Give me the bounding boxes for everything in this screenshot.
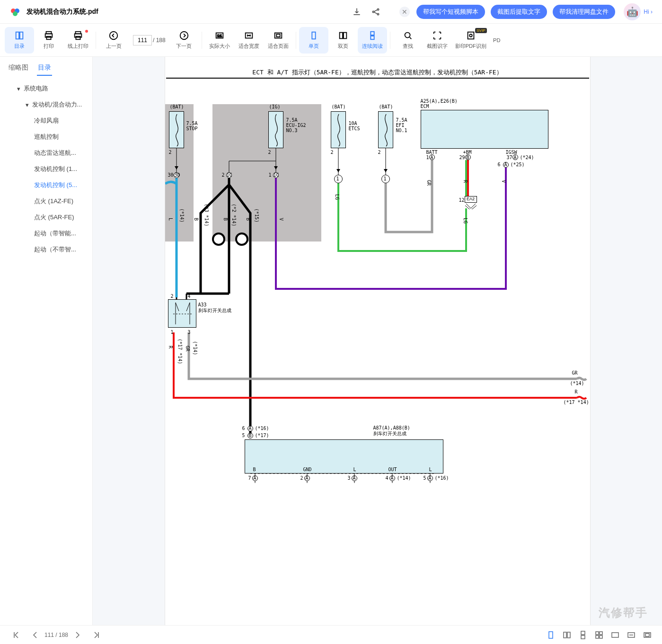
tree-item[interactable]: 起动（带智能...: [0, 225, 92, 242]
svg-rect-57: [596, 632, 599, 635]
svg-rect-55: [581, 631, 585, 635]
outline-tree: ▾系统电路 ▾发动机/混合动力... 冷却风扇 巡航控制 动态雷达巡航... 发…: [0, 76, 92, 262]
notification-dot-icon: [85, 30, 88, 33]
tab-outline[interactable]: 目录: [37, 61, 52, 76]
view-grid-icon[interactable]: [595, 631, 603, 639]
bottom-page-indicator: 111 / 188: [44, 632, 68, 638]
tree-item[interactable]: 冷却风扇: [0, 113, 92, 129]
online-print-button[interactable]: 线上打印: [63, 27, 93, 54]
view-double-icon[interactable]: [563, 631, 571, 639]
tree-item-selected[interactable]: 发动机控制 (5...: [0, 177, 92, 193]
svg-point-4: [378, 9, 379, 10]
tree-item[interactable]: 起动（不带智...: [0, 242, 92, 258]
ai-pill-2[interactable]: 截图后提取文字: [491, 5, 547, 19]
prev-page-icon[interactable]: [31, 631, 39, 639]
catalog-icon: [14, 30, 25, 41]
share-icon[interactable]: [371, 7, 380, 17]
view-continuous-icon[interactable]: [579, 631, 587, 639]
tree-item[interactable]: 巡航控制: [0, 129, 92, 145]
svg-point-15: [180, 32, 188, 40]
continuous-icon: [367, 30, 378, 41]
pdf-page: ECT 和 A/T 指示灯（5AR-FE），巡航控制，动态雷达巡航控制，发动机控…: [165, 57, 591, 625]
svg-rect-53: [564, 632, 566, 638]
svg-marker-36: [384, 169, 388, 172]
page-total: / 188: [153, 37, 166, 44]
pdf-ocr-icon: [466, 30, 476, 41]
svip-badge: SVIP: [475, 28, 486, 33]
svg-point-14: [110, 32, 118, 40]
view-single-icon[interactable]: [547, 631, 555, 639]
tree-item[interactable]: 点火 (1AZ-FE): [0, 193, 92, 209]
double-page-button[interactable]: 双页: [328, 27, 358, 54]
prev-icon: [108, 30, 119, 41]
last-page-icon[interactable]: [93, 631, 100, 639]
brake-light-switch: [168, 299, 196, 328]
view-fitwidth-icon[interactable]: [627, 631, 636, 639]
actual-size-button[interactable]: 1:1 实际大小: [205, 27, 234, 54]
svg-rect-19: [274, 33, 282, 38]
assistant-avatar-icon[interactable]: 🤖: [624, 3, 641, 20]
svg-marker-30: [175, 166, 178, 170]
fit-width-icon: [244, 30, 254, 41]
fit-page-button[interactable]: 适合页面: [264, 27, 293, 54]
view-fitpage-icon[interactable]: [643, 631, 652, 639]
hi-label[interactable]: Hi ›: [644, 9, 653, 15]
title-bar: 发动机混合动力系统.pdf ✕ 帮我写个短视频脚本 截图后提取文字 帮我清理网盘…: [0, 0, 662, 24]
actual-size-icon: 1:1: [214, 30, 225, 41]
single-page-button[interactable]: 单页: [299, 27, 328, 54]
single-page-icon: [309, 30, 319, 41]
crop-ocr-button[interactable]: 截图识字: [423, 27, 452, 54]
svg-rect-58: [600, 632, 602, 635]
svg-rect-23: [344, 33, 346, 39]
search-icon: [403, 30, 413, 41]
cloud-print-icon: [73, 30, 83, 41]
svg-point-2: [13, 11, 18, 16]
pdf-viewer[interactable]: ECT 和 A/T 指示灯（5AR-FE），巡航控制，动态雷达巡航控制，发动机控…: [93, 57, 662, 625]
page-indicator: / 188: [132, 35, 166, 45]
caret-down-icon: ▾: [25, 102, 29, 107]
prev-page-button[interactable]: 上一页: [99, 27, 128, 54]
lower-module-box: [245, 439, 443, 474]
watermark: 汽修帮手: [599, 605, 648, 620]
next-icon: [179, 30, 189, 41]
next-page-icon[interactable]: [74, 631, 81, 639]
svg-rect-64: [645, 634, 649, 636]
svg-point-40: [236, 233, 247, 245]
main-toolbar: 目录 打印 线上打印 上一页 / 188 下一页 1:1 实际大小 适合宽度 适…: [0, 24, 662, 57]
download-icon[interactable]: [352, 7, 362, 17]
svg-point-39: [213, 233, 224, 245]
tab-thumbnails[interactable]: 缩略图: [8, 61, 29, 76]
fit-page-icon: [273, 30, 283, 41]
ai-pill-1[interactable]: 帮我写个短视频脚本: [416, 5, 485, 19]
search-button[interactable]: 查找: [393, 27, 423, 54]
view-1to1-icon[interactable]: [611, 631, 619, 639]
print-button[interactable]: 打印: [34, 27, 63, 54]
first-page-icon[interactable]: [12, 631, 20, 639]
next-page-button[interactable]: 下一页: [169, 27, 199, 54]
continuous-button[interactable]: 连续阅读: [358, 27, 387, 54]
svg-rect-22: [339, 33, 342, 39]
fit-width-button[interactable]: 适合宽度: [234, 27, 264, 54]
ai-pill-3[interactable]: 帮我清理网盘文件: [553, 5, 615, 19]
tree-item[interactable]: ▾系统电路: [0, 80, 92, 97]
tree-item[interactable]: 点火 (5AR-FE): [0, 209, 92, 225]
caret-down-icon: ▾: [16, 86, 21, 91]
page-input[interactable]: [133, 35, 152, 45]
svg-line-51: [186, 303, 190, 311]
tree-item[interactable]: 动态雷达巡航...: [0, 145, 92, 161]
tree-item[interactable]: ▾发动机/混合动力...: [0, 97, 92, 113]
document-title: 发动机混合动力系统.pdf: [26, 8, 98, 16]
outline-sidebar: 缩略图 目录 ▾系统电路 ▾发动机/混合动力... 冷却风扇 巡航控制 动态雷达…: [0, 57, 93, 625]
pdf-ocr-button[interactable]: SVIP 影印PDF识别: [452, 27, 490, 54]
svg-rect-54: [567, 632, 570, 638]
svg-point-3: [373, 11, 374, 12]
svg-rect-6: [16, 32, 19, 39]
svg-marker-32: [274, 166, 278, 170]
tree-item[interactable]: 发动机控制 (1...: [0, 161, 92, 177]
pdf-extra-button[interactable]: PD: [490, 27, 504, 54]
svg-text:1:1: 1:1: [217, 34, 222, 38]
crop-icon: [432, 30, 442, 41]
catalog-button[interactable]: 目录: [5, 27, 34, 54]
close-pill-icon[interactable]: ✕: [399, 7, 410, 17]
svg-rect-56: [581, 635, 585, 639]
